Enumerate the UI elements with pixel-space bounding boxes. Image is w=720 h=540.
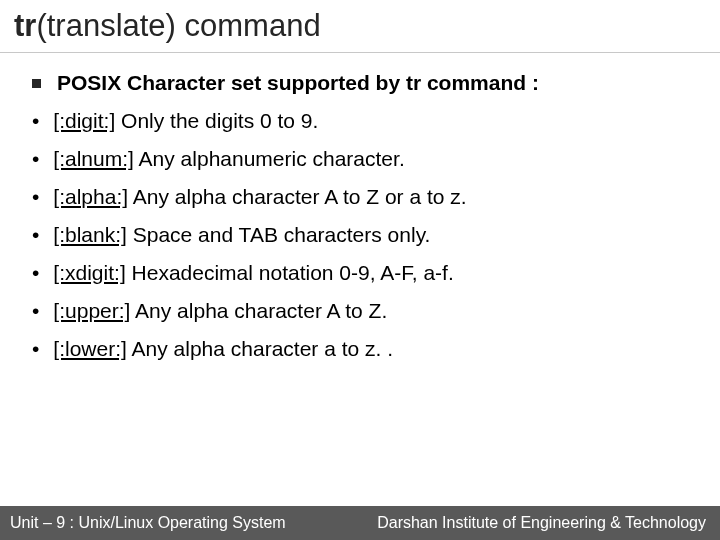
list-item: • [:xdigit:] Hexadecimal notation 0-9, A…	[32, 261, 690, 285]
title-strong: tr	[14, 8, 36, 43]
item-term: [:upper:]	[53, 299, 130, 322]
slide-body: POSIX Character set supported by tr comm…	[0, 53, 720, 361]
item-term: [:alnum:]	[53, 147, 134, 170]
bullet-icon: •	[32, 337, 39, 361]
item-text: [:blank:] Space and TAB characters only.	[53, 223, 430, 247]
section-heading: POSIX Character set supported by tr comm…	[57, 71, 539, 95]
item-term: [:alpha:]	[53, 185, 128, 208]
footer-bar: Unit – 9 : Unix/Linux Operating System D…	[0, 506, 720, 540]
bullet-icon: •	[32, 299, 39, 323]
item-text: [:alpha:] Any alpha character A to Z or …	[53, 185, 466, 209]
item-text: [:digit:] Only the digits 0 to 9.	[53, 109, 318, 133]
item-term: [:digit:]	[53, 109, 115, 132]
footer-right: Darshan Institute of Engineering & Techn…	[377, 514, 706, 532]
item-text: [:alnum:] Any alphanumeric character.	[53, 147, 404, 171]
footer-left: Unit – 9 : Unix/Linux Operating System	[10, 514, 286, 532]
item-desc: Any alpha character A to Z or a to z.	[128, 185, 467, 208]
bullet-icon: •	[32, 223, 39, 247]
item-term: [:xdigit:]	[53, 261, 125, 284]
bullet-icon: •	[32, 147, 39, 171]
list-item: • [:lower:] Any alpha character a to z. …	[32, 337, 690, 361]
slide: { "title": { "strong": "tr", "rest": "(t…	[0, 0, 720, 540]
item-desc: Hexadecimal notation 0-9, A-F, a-f.	[126, 261, 454, 284]
item-desc: Any alpha character A to Z.	[130, 299, 387, 322]
bullet-icon: •	[32, 185, 39, 209]
list-item: • [:alnum:] Any alphanumeric character.	[32, 147, 690, 171]
item-desc: Only the digits 0 to 9.	[115, 109, 318, 132]
item-desc: Space and TAB characters only.	[127, 223, 431, 246]
title-rest: (translate) command	[36, 8, 320, 43]
list-item: • [:alpha:] Any alpha character A to Z o…	[32, 185, 690, 209]
item-desc: Any alphanumeric character.	[134, 147, 405, 170]
list-item: • [:digit:] Only the digits 0 to 9.	[32, 109, 690, 133]
item-desc: Any alpha character a to z. .	[127, 337, 393, 360]
item-text: [:lower:] Any alpha character a to z. .	[53, 337, 393, 361]
item-term: [:lower:]	[53, 337, 127, 360]
list-item: • [:upper:] Any alpha character A to Z.	[32, 299, 690, 323]
slide-title: tr(translate) command	[0, 0, 720, 53]
bullet-icon: •	[32, 109, 39, 133]
item-text: [:upper:] Any alpha character A to Z.	[53, 299, 387, 323]
list-item: • [:blank:] Space and TAB characters onl…	[32, 223, 690, 247]
section-heading-row: POSIX Character set supported by tr comm…	[32, 71, 690, 95]
square-bullet-icon	[32, 79, 41, 88]
item-text: [:xdigit:] Hexadecimal notation 0-9, A-F…	[53, 261, 453, 285]
item-term: [:blank:]	[53, 223, 127, 246]
bullet-icon: •	[32, 261, 39, 285]
